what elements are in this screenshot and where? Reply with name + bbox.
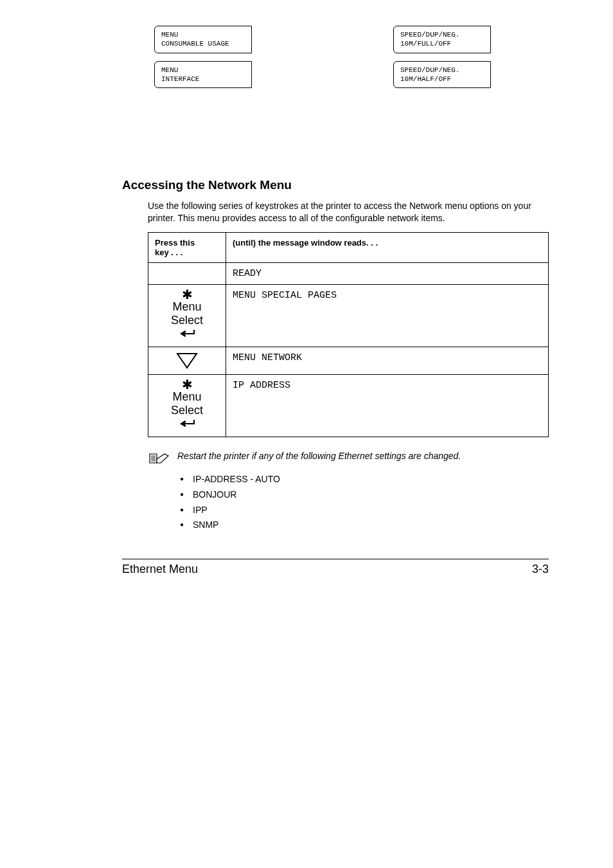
table-row: READY <box>148 262 549 284</box>
intro-paragraph: Use the following series of keystrokes a… <box>148 200 549 224</box>
list-item: SNMP <box>180 518 549 533</box>
key-cell-menu-select: ✱ Menu Select <box>148 375 226 437</box>
msg-cell: MENU NETWORK <box>226 347 549 375</box>
menu-box-line: MENU <box>161 30 246 39</box>
menu-box-line: INTERFACE <box>161 75 246 84</box>
msg-cell: READY <box>226 262 549 284</box>
table-row: ✱ Menu Select MENU SPECIAL PAGES <box>148 284 549 347</box>
menu-box: SPEED/DUP/NEG. 10M/HALF/OFF <box>393 61 491 89</box>
menu-box: SPEED/DUP/NEG. 10M/FULL/OFF <box>393 26 491 53</box>
key-cell-blank <box>148 262 226 284</box>
menu-select-key-icon: ✱ Menu Select <box>155 380 219 431</box>
star-icon: ✱ <box>182 380 193 389</box>
svg-marker-0 <box>180 330 185 337</box>
menu-box-line: MENU <box>161 66 246 75</box>
page-footer: Ethernet Menu 3-3 <box>122 559 549 576</box>
note-row: Restart the printer if any of the follow… <box>148 450 549 466</box>
note-text: Restart the printer if any of the follow… <box>177 450 461 462</box>
msg-cell: IP ADDRESS <box>226 375 549 437</box>
footer-page-number: 3-3 <box>532 563 549 576</box>
msg-cell: MENU SPECIAL PAGES <box>226 284 549 347</box>
key-cell-menu-select: ✱ Menu Select <box>148 284 226 347</box>
key-label-select: Select <box>171 404 203 417</box>
menu-box-line: SPEED/DUP/NEG. <box>400 30 485 39</box>
key-label-menu: Menu <box>172 300 201 314</box>
table-header-msg: (until) the message window reads. . . <box>226 232 549 262</box>
key-sequence-table: Press this key . . . (until) the message… <box>148 232 549 437</box>
menu-col-left: MENU CONSUMABLE USAGE MENU INTERFACE <box>154 26 252 88</box>
key-label-menu: Menu <box>172 390 201 404</box>
footer-title: Ethernet Menu <box>122 563 198 576</box>
menu-box: MENU INTERFACE <box>154 61 252 89</box>
svg-marker-1 <box>177 354 197 368</box>
key-cell-down <box>148 347 226 375</box>
menu-box-tree: MENU CONSUMABLE USAGE MENU INTERFACE SPE… <box>154 26 491 88</box>
note-icon <box>148 451 170 466</box>
section-heading: Accessing the Network Menu <box>122 178 549 192</box>
list-item: BONJOUR <box>180 487 549 503</box>
menu-box-line: SPEED/DUP/NEG. <box>400 66 485 75</box>
table-row: ✱ Menu Select IP ADDRESS <box>148 375 549 437</box>
menu-select-key-icon: ✱ Menu Select <box>155 290 219 341</box>
menu-box-line: CONSUMABLE USAGE <box>161 39 246 48</box>
menu-box: MENU CONSUMABLE USAGE <box>154 26 252 53</box>
menu-box-line: 10M/HALF/OFF <box>400 75 485 84</box>
down-arrow-icon <box>176 352 198 369</box>
table-row: MENU NETWORK <box>148 347 549 375</box>
list-item: IPP <box>180 503 549 518</box>
svg-marker-2 <box>180 420 185 427</box>
header-line: key . . . <box>155 248 219 257</box>
menu-box-line: 10M/FULL/OFF <box>400 39 485 48</box>
key-label-select: Select <box>171 314 203 327</box>
bullet-list: IP-ADDRESS - AUTO BONJOUR IPP SNMP <box>180 472 549 533</box>
table-header-key: Press this key . . . <box>148 232 226 262</box>
enter-icon <box>179 328 195 341</box>
menu-col-right: SPEED/DUP/NEG. 10M/FULL/OFF SPEED/DUP/NE… <box>393 26 491 88</box>
star-icon: ✱ <box>182 290 193 299</box>
header-line: Press this <box>155 238 219 248</box>
list-item: IP-ADDRESS - AUTO <box>180 472 549 487</box>
enter-icon <box>179 418 195 431</box>
